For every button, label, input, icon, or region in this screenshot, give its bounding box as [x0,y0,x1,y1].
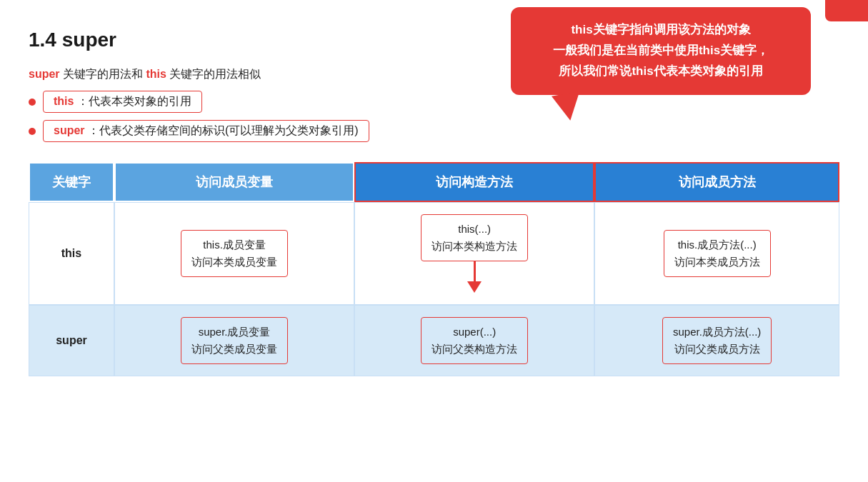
top-right-decoration [825,0,868,21]
bullet-dot-this [29,99,36,106]
bullet-dot-super [29,128,36,135]
bullet-super-text: ：代表父类存储空间的标识(可以理解为父类对象引用) [88,124,359,136]
tooltip-line3: 所以我们常说this代表本类对象的引用 [531,61,791,82]
arrow-connector: this(...)访问本类构造方法 [362,214,587,293]
td-super-member-var: super.成员变量访问父类成员变量 [114,305,354,376]
cell-super-method: super.成员方法(...)访问父类成员方法 [662,317,772,364]
td-super-keyword: super [29,305,114,376]
desc-middle: 关键字的用法和 [63,68,146,80]
keyword-this-desc: this [146,68,166,80]
desc-end: 关键字的用法相似 [169,68,261,80]
th-member-method: 访问成员方法 [594,162,839,202]
td-this-keyword: this [29,202,114,305]
keyword-super-desc: super [29,68,60,80]
tooltip-bubble: this关键字指向调用该方法的对象 一般我们是在当前类中使用this关键字， 所… [511,7,811,95]
bullet-this-text: ：代表本类对象的引用 [77,95,191,107]
table-row-super: super super.成员变量访问父类成员变量 super(...)访问父类构… [29,305,839,376]
compare-table: 关键字 访问成员变量 访问构造方法 访问成员方法 this this.成员变量访… [29,162,839,376]
td-this-constructor: this(...)访问本类构造方法 [354,202,594,305]
table-row-this: this this.成员变量访问本类成员变量 this(...)访问本类构造方法 [29,202,839,305]
arrow-head [467,281,482,293]
bullet-this-keyword: this [54,95,74,107]
cell-super-constructor: super(...)访问父类构造方法 [421,317,528,364]
arrow-shaft [474,261,476,281]
cell-this-member-var: this.成员变量访问本类成员变量 [181,230,288,277]
tooltip-line1: this关键字指向调用该方法的对象 [531,20,791,41]
td-this-method: this.成员方法(...)访问本类成员方法 [594,202,839,305]
th-keyword: 关键字 [29,162,114,202]
td-super-method: super.成员方法(...)访问父类成员方法 [594,305,839,376]
th-constructor: 访问构造方法 [354,162,594,202]
down-arrow [467,261,482,293]
bullet-list: this ：代表本类对象的引用 super ：代表父类存储空间的标识(可以理解为… [29,91,839,142]
table-header-row: 关键字 访问成员变量 访问构造方法 访问成员方法 [29,162,839,202]
bullet-item-super: super ：代表父类存储空间的标识(可以理解为父类对象引用) [29,120,839,142]
bullet-box-super: super ：代表父类存储空间的标识(可以理解为父类对象引用) [43,120,369,142]
cell-this-constructor: this(...)访问本类构造方法 [421,214,528,261]
td-super-constructor: super(...)访问父类构造方法 [354,305,594,376]
th-member-var: 访问成员变量 [114,162,354,202]
bullet-box-this: this ：代表本类对象的引用 [43,91,202,113]
td-this-member-var: this.成员变量访问本类成员变量 [114,202,354,305]
bullet-super-keyword: super [54,124,85,136]
cell-super-member-var: super.成员变量访问父类成员变量 [181,317,288,364]
cell-this-method: this.成员方法(...)访问本类成员方法 [664,230,771,277]
tooltip-line2: 一般我们是在当前类中使用this关键字， [531,41,791,61]
